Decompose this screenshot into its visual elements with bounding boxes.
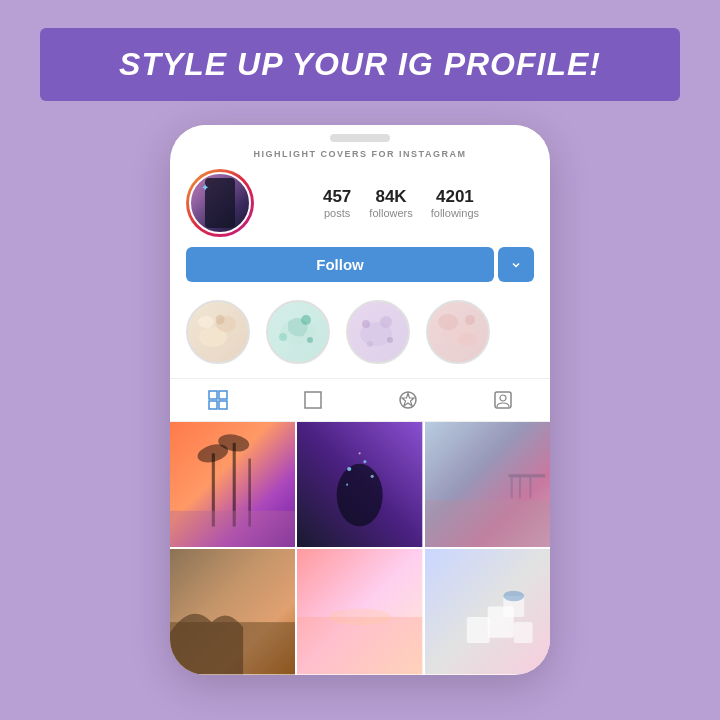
phone-content: HIGHLIGHT COVERS FOR INSTAGRAM 457 posts… [170, 143, 550, 675]
highlight-3[interactable] [346, 300, 410, 364]
svg-point-6 [307, 337, 313, 343]
tab-square[interactable] [265, 379, 360, 421]
avatar [189, 172, 251, 234]
highlight-4-art [428, 302, 488, 362]
highlight-1[interactable] [186, 300, 250, 364]
highlight-4[interactable] [426, 300, 490, 364]
followers-count: 84K [369, 187, 412, 207]
svg-rect-17 [219, 391, 227, 399]
photo-3 [425, 422, 550, 547]
chevron-down-icon [511, 260, 521, 270]
svg-point-13 [438, 314, 458, 330]
tab-star[interactable] [360, 379, 455, 421]
tab-grid[interactable] [170, 379, 265, 421]
followers-label: followers [369, 207, 412, 219]
svg-point-8 [380, 316, 392, 328]
photo-4-art [170, 549, 295, 674]
svg-point-2 [198, 316, 214, 328]
photo-6 [425, 549, 550, 674]
followings-count: 4201 [431, 187, 479, 207]
highlight-3-art [348, 302, 408, 362]
phone-top [170, 125, 550, 143]
svg-point-15 [465, 315, 475, 325]
follow-button[interactable]: Follow [186, 247, 494, 282]
photo-4 [170, 549, 295, 674]
square-icon [302, 389, 324, 411]
svg-point-33 [347, 467, 351, 471]
stat-followings: 4201 followings [431, 187, 479, 219]
svg-point-23 [500, 395, 506, 401]
photo-3-art [425, 422, 550, 547]
tab-bar [170, 378, 550, 422]
svg-rect-19 [219, 401, 227, 409]
svg-point-4 [301, 315, 311, 325]
photo-1 [170, 422, 295, 547]
svg-rect-47 [297, 617, 422, 674]
svg-point-11 [367, 341, 373, 347]
highlights-row [170, 294, 550, 378]
person-icon [492, 389, 514, 411]
highlight-2[interactable] [266, 300, 330, 364]
phone-mockup: HIGHLIGHT COVERS FOR INSTAGRAM 457 posts… [170, 125, 550, 675]
profile-section: 457 posts 84K followers 4201 followings [170, 163, 550, 247]
follow-row: Follow [170, 247, 550, 294]
photo-6-art [425, 549, 550, 674]
svg-rect-40 [508, 474, 545, 477]
svg-point-32 [337, 464, 383, 527]
svg-point-35 [371, 475, 374, 478]
stat-followers: 84K followers [369, 187, 412, 219]
svg-rect-41 [510, 477, 512, 498]
svg-point-5 [279, 333, 287, 341]
svg-point-10 [387, 337, 393, 343]
svg-rect-39 [425, 500, 550, 547]
svg-rect-30 [170, 511, 295, 548]
svg-rect-43 [529, 477, 531, 498]
phone-notch [330, 134, 390, 142]
svg-rect-20 [305, 392, 321, 408]
svg-point-9 [362, 320, 370, 328]
posts-count: 457 [323, 187, 351, 207]
highlight-1-art [188, 302, 248, 362]
svg-point-37 [359, 452, 361, 454]
photo-1-art [170, 422, 295, 547]
photo-5 [297, 549, 422, 674]
follow-dropdown-button[interactable] [498, 247, 534, 282]
avatar-ring [186, 169, 254, 237]
stat-posts: 457 posts [323, 187, 351, 219]
posts-label: posts [323, 207, 351, 219]
followings-label: followings [431, 207, 479, 219]
svg-point-48 [329, 609, 392, 626]
photo-5-art [297, 549, 422, 674]
grid-icon [207, 389, 229, 411]
svg-point-14 [458, 333, 478, 347]
photo-2-art [297, 422, 422, 547]
svg-rect-16 [209, 391, 217, 399]
highlight-2-art [268, 302, 328, 362]
photo-grid [170, 422, 550, 675]
svg-rect-53 [466, 617, 489, 643]
header-title: STYLE UP YOUR IG PROFILE! [70, 46, 650, 83]
ig-label: HIGHLIGHT COVERS FOR INSTAGRAM [170, 143, 550, 163]
tab-person[interactable] [455, 379, 550, 421]
svg-point-36 [346, 484, 348, 486]
svg-rect-42 [519, 477, 521, 498]
stats-row: 457 posts 84K followers 4201 followings [268, 187, 534, 219]
svg-rect-54 [513, 622, 532, 643]
svg-point-52 [503, 591, 524, 601]
star-icon [397, 389, 419, 411]
svg-rect-18 [209, 401, 217, 409]
header-banner: STYLE UP YOUR IG PROFILE! [40, 28, 680, 101]
photo-2 [297, 422, 422, 547]
svg-point-34 [364, 460, 367, 463]
